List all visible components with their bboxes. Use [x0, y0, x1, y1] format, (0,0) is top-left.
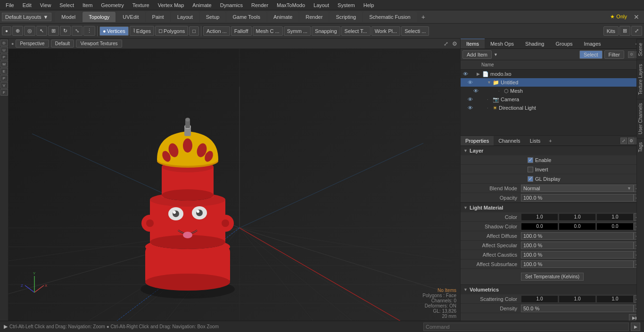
sidebar-btn-8[interactable]: F: [0, 89, 8, 96]
sidebar-btn-5[interactable]: E: [0, 68, 8, 74]
menu-geometry[interactable]: Geometry: [97, 1, 127, 9]
tab-channels[interactable]: Channels: [494, 136, 525, 146]
affect-caustics-slider[interactable]: 100.0 %: [521, 251, 634, 259]
color-b[interactable]: 1.0: [596, 213, 634, 221]
action-button[interactable]: Action ...: [203, 26, 230, 36]
transform-button[interactable]: ⊞: [48, 26, 59, 36]
expand-all-button[interactable]: ⤢: [620, 138, 627, 144]
lasso-mode-button[interactable]: ◎: [24, 26, 35, 36]
vertices-button[interactable]: ● Vertices: [99, 26, 129, 36]
menu-view[interactable]: View: [36, 1, 55, 9]
tab-paint[interactable]: Paint: [146, 12, 170, 22]
eye-toggle-4[interactable]: 👁: [466, 96, 474, 103]
scattering-r[interactable]: 1.0: [521, 295, 558, 303]
sidebar-btn-7[interactable]: V: [0, 82, 8, 89]
affect-diffuse-slider[interactable]: 100.0 %: [521, 232, 634, 240]
menu-render[interactable]: Render: [248, 1, 272, 9]
tab-animate[interactable]: Animate: [267, 12, 298, 22]
viewport-textures-button[interactable]: Viewport Textures: [76, 40, 122, 48]
enable-checkbox[interactable]: ✓: [528, 157, 533, 163]
vtab-tags[interactable]: Tags: [637, 138, 644, 156]
sidebar-btn-6[interactable]: P: [0, 75, 8, 81]
list-item-dir-light[interactable]: 👁 · ☀ Directional Light: [461, 104, 644, 112]
tab-layout[interactable]: Layout: [171, 12, 199, 22]
add-layout-tab-button[interactable]: +: [418, 11, 429, 23]
gl-display-checkbox[interactable]: ✓: [528, 176, 533, 182]
globe-mode-button[interactable]: ⊕: [12, 26, 23, 36]
eye-toggle-3[interactable]: 👁: [472, 87, 479, 95]
set-temperature-button[interactable]: Set Temperature (Kelvins): [521, 273, 584, 281]
expand-5[interactable]: ·: [487, 105, 493, 110]
viewport-expand-icon[interactable]: ⤢: [444, 40, 448, 47]
add-prop-tab-button[interactable]: +: [545, 136, 555, 146]
cursor-button[interactable]: ↖: [36, 26, 47, 36]
generic-mode-button[interactable]: □: [189, 26, 199, 36]
snapping-button[interactable]: Snapping: [312, 26, 340, 36]
tab-scripting[interactable]: Scripting: [330, 12, 362, 22]
vtab-texture-layers[interactable]: Texture Layers: [637, 60, 644, 99]
menu-edit[interactable]: Edit: [19, 1, 35, 9]
eye-toggle-2[interactable]: 👁: [466, 79, 474, 86]
add-item-button[interactable]: Add Item: [462, 50, 492, 59]
default-button[interactable]: Default: [51, 40, 74, 48]
kits-button[interactable]: Kits: [603, 26, 619, 36]
scattering-g[interactable]: 1.0: [559, 295, 596, 303]
default-layouts-dropdown[interactable]: Default Layouts ▼: [2, 13, 51, 21]
viewport-options-button[interactable]: ⊞: [619, 26, 630, 36]
tab-topology[interactable]: Topology: [83, 12, 116, 22]
affect-subsurface-slider[interactable]: 100.0 %: [521, 260, 634, 268]
menu-file[interactable]: File: [2, 1, 18, 9]
edges-button[interactable]: ⌇ Edges: [130, 26, 154, 36]
color-g[interactable]: 1.0: [559, 213, 596, 221]
menu-item[interactable]: Item: [79, 1, 96, 9]
menu-maxtomodo[interactable]: MaxToModo: [273, 1, 309, 9]
scale-button[interactable]: ⤡: [72, 26, 83, 36]
density-slider[interactable]: 50.0 %: [521, 305, 634, 312]
select-tool-button[interactable]: Select T...: [341, 26, 371, 36]
polygons-button[interactable]: ◻ Polygons: [155, 26, 188, 36]
tab-mesh-ops[interactable]: Mesh Ops: [485, 39, 520, 49]
command-input[interactable]: [423, 323, 629, 331]
shadow-r[interactable]: 0.0: [521, 223, 558, 230]
collapse-all-button[interactable]: ⚙: [628, 138, 635, 144]
sidebar-btn-2[interactable]: U: [0, 47, 8, 53]
menu-animate[interactable]: Animate: [189, 1, 215, 9]
add-item-dropdown-icon[interactable]: ▼: [494, 52, 498, 57]
list-item-untitled[interactable]: 👁 ▼ 📁 Untitled: [461, 78, 644, 87]
tab-schematic[interactable]: Schematic Fusion: [363, 12, 416, 22]
viewport-menu-icon[interactable]: ●: [11, 41, 14, 46]
select-items-button[interactable]: Select: [579, 50, 603, 59]
menu-help[interactable]: Help: [360, 1, 378, 9]
menu-system[interactable]: System: [334, 1, 359, 9]
symm-button[interactable]: Symm ...: [284, 26, 311, 36]
sidebar-btn-3[interactable]: P: [0, 54, 8, 60]
light-material-header[interactable]: ▼ Light Material: [461, 203, 644, 212]
filter-items-button[interactable]: Filter: [604, 50, 624, 59]
layer-section-header[interactable]: ▼ Layer: [461, 146, 644, 155]
affect-specular-slider[interactable]: 100.0 %: [521, 242, 634, 249]
vtab-user-channels[interactable]: User Channels: [637, 99, 644, 138]
opacity-slider[interactable]: 100.0 %: [521, 194, 634, 202]
selecti-button[interactable]: Selecti ...: [401, 26, 429, 36]
list-item-modo-lxo[interactable]: 👁 ▶ 📄 modo.lxo: [461, 70, 644, 78]
tab-uvedit[interactable]: UVEdit: [116, 12, 145, 22]
maximize-button[interactable]: ⤢: [631, 26, 642, 36]
menu-layout[interactable]: Layout: [310, 1, 333, 9]
expand-4[interactable]: ·: [487, 97, 493, 102]
tab-model[interactable]: Model: [55, 12, 82, 22]
list-item-mesh[interactable]: 👁 · ⬡ Mesh: [461, 87, 644, 95]
tab-render[interactable]: Render: [299, 12, 329, 22]
expand-1[interactable]: ▶: [477, 72, 482, 76]
list-item-camera[interactable]: 👁 · 📷 Camera: [461, 95, 644, 104]
vtab-scene[interactable]: Scene: [637, 39, 644, 60]
more-button[interactable]: ⋮: [83, 26, 95, 36]
perspective-button[interactable]: Perspective: [16, 40, 49, 48]
invert-checkbox[interactable]: [528, 167, 533, 172]
close-layout-button[interactable]: ✕: [631, 12, 642, 22]
shadow-g[interactable]: 0.0: [559, 223, 596, 230]
sidebar-btn-4[interactable]: M: [0, 61, 8, 67]
scattering-b[interactable]: 1.0: [596, 295, 634, 303]
command-execute-button[interactable]: ▶: [631, 323, 640, 331]
viewport-settings-icon[interactable]: ⚙: [452, 40, 457, 47]
work-plane-button[interactable]: Work Pl...: [372, 26, 400, 36]
